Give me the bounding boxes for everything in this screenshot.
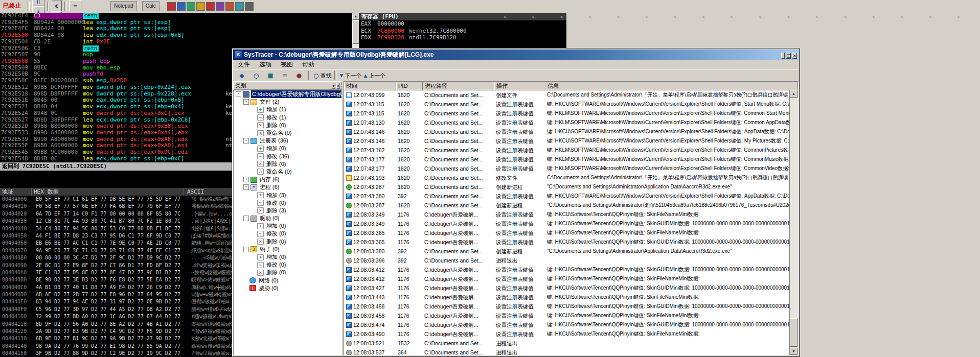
tree-expander-icon[interactable]: - <box>243 138 249 144</box>
event-row[interactable]: 12:08:03:4741176C:\debuger\吾爱破解...设置注册表键… <box>344 320 790 329</box>
disasm-row[interactable]: 7C92E4F4C3retn <box>0 13 352 19</box>
tree-expander-icon[interactable]: - <box>236 91 241 97</box>
tree-item[interactable]: 增加 (0) <box>234 222 341 230</box>
options-button[interactable]: ≡ <box>69 1 81 11</box>
event-row[interactable]: 12:08:03:5211532C:\Documents and Set...进… <box>344 339 790 348</box>
event-row[interactable]: 12:08:03:4121176C:\debuger\吾爱破解...设置注册表键… <box>344 274 790 283</box>
tree-item[interactable]: 修改 (36) <box>234 153 341 160</box>
event-row[interactable]: 12:07:43:1301620C:\Documents and Set...设… <box>344 118 790 127</box>
tree-item[interactable]: 威胁 (0) <box>234 284 341 292</box>
search-button[interactable]: ○ <box>249 70 263 81</box>
tree-item[interactable]: 修改 (1) <box>234 114 341 122</box>
tree-expander-icon[interactable]: - <box>243 99 249 105</box>
capture-button[interactable]: ■ <box>264 70 277 81</box>
event-row[interactable]: 12:07:43:0991620C:\Documents and Set...创… <box>344 90 790 100</box>
find-button[interactable]: ○ 查找 <box>313 70 332 81</box>
next-button[interactable]: ▼ 下一个 <box>339 70 362 81</box>
tree-item[interactable]: -C:\debuger\吾爱破解专用版Ollydbg\吾 <box>234 90 341 98</box>
systracer-title-bar[interactable]: S SysTracer - C:\debuger\吾爱破解专用版Ollydbg\… <box>233 50 799 60</box>
column-header-3[interactable]: 进程路径 <box>423 82 494 90</box>
event-row[interactable]: 12:07:43:1931620C:\Documents and Set...修… <box>344 173 790 182</box>
compare-button[interactable]: ≡ <box>278 70 291 81</box>
event-row[interactable]: 12:08:03:4121176C:\debuger\吾爱破解...设置注册表键… <box>344 265 790 274</box>
event-row[interactable]: 12:07:43:380392C:\Documents and Set...设置… <box>344 192 790 201</box>
tree-item[interactable]: 增加 (1) <box>234 106 341 113</box>
snapshot-button[interactable]: ◆ <box>235 70 248 81</box>
report-button[interactable]: ● <box>292 70 306 81</box>
register-row[interactable]: ECX7C800000kernel32.7C800000 <box>359 28 566 35</box>
tree-item[interactable]: 增加 (0) <box>234 145 341 152</box>
tree-item[interactable]: 增加 (3) <box>234 191 341 199</box>
event-row[interactable]: 12:08:03:4581176C:\debuger\吾爱破解...设置注册表键… <box>344 302 790 311</box>
scrollbar-thumb[interactable] <box>352 20 359 44</box>
event-row[interactable]: 12:08:03:4271176C:\debuger\吾爱破解...设置注册表键… <box>344 283 790 293</box>
minimize-button[interactable]: _ <box>781 53 785 59</box>
event-row[interactable]: 12:08:03:3651176C:\debuger\吾爱破解...设置注册表键… <box>344 237 790 247</box>
scrollbar-thumb[interactable] <box>790 318 797 347</box>
register-row[interactable]: EDX7C99B120ntdll.7C99B120 <box>359 34 566 41</box>
menu-item-1[interactable]: 文件 <box>233 60 255 69</box>
event-row[interactable]: 12:08:03:3491176C:\debuger\吾爱破解...设置注册表键… <box>344 210 790 219</box>
event-row[interactable]: 12:08:03:4431176C:\debuger\吾爱破解...设置注册表键… <box>344 293 790 302</box>
tree-item[interactable]: 网络 (0) <box>234 277 341 284</box>
event-grid-scrollbar[interactable]: ▲ ▼ <box>789 90 798 355</box>
prev-button[interactable]: ▲ 上一个 <box>363 70 386 81</box>
tree-item[interactable]: -文件 (2) <box>234 98 341 106</box>
close-panel-button[interactable]: × <box>336 83 340 89</box>
tree-item[interactable]: +内存 (6) <box>234 176 341 183</box>
disasm-row[interactable]: 7C92E5008D5424 08lea edx,dword ptr ss:[e… <box>0 32 352 39</box>
event-row[interactable]: 12:08:03:380392C:\Documents and Set...创建… <box>344 247 790 256</box>
scroll-up-icon[interactable]: ▲ <box>790 90 797 98</box>
event-row[interactable]: 12:08:03:537364C:\Documents and Set...进程… <box>344 348 790 355</box>
event-row[interactable]: 12:07:43:1461620C:\Documents and Set...设… <box>344 127 790 136</box>
tree-item[interactable]: -驱动 (0) <box>234 215 341 222</box>
menu-item-3[interactable]: 视图 <box>276 60 298 69</box>
event-row[interactable]: 12:08:03:3491176C:\debuger\吾爱破解...设置注册表键… <box>344 219 790 228</box>
tree-item[interactable]: 重命名 (0) <box>234 168 341 176</box>
maximize-button[interactable]: □ <box>786 53 791 59</box>
event-row[interactable]: 12:07:43:1771620C:\Documents and Set...设… <box>344 155 790 164</box>
column-header-1[interactable]: 时间 <box>344 82 396 90</box>
tree-item[interactable]: -钩子 (0) <box>234 246 341 253</box>
tree-item[interactable]: 删除 (0) <box>234 122 341 129</box>
tree-item[interactable]: 修改 (0) <box>234 199 341 207</box>
event-row[interactable]: 12:07:43:2871620C:\Documents and Set...创… <box>344 182 790 192</box>
menu-item-2[interactable]: 选项 <box>255 60 276 69</box>
column-header-4[interactable]: 操作 <box>494 82 545 90</box>
scroll-down-icon[interactable]: ▼ <box>790 348 797 355</box>
tree-expander-icon[interactable]: - <box>243 216 249 221</box>
event-row[interactable]: 12:07:43:1151620C:\Documents and Set...设… <box>344 109 790 118</box>
event-row[interactable]: 12:07:43:1461620C:\Documents and Set...设… <box>344 136 790 146</box>
event-row[interactable]: 12:07:43:1771620C:\Documents and Set...设… <box>344 164 790 173</box>
tree-expander-icon[interactable]: - <box>243 247 249 252</box>
event-row[interactable]: 12:08:03:4581176C:\debuger\吾爱破解...设置注册表键… <box>344 311 790 320</box>
column-header-5[interactable]: 信息 <box>545 82 798 90</box>
tree-item[interactable]: 修改 (0) <box>234 230 341 237</box>
tree-item[interactable]: 重命名 (0) <box>234 129 341 137</box>
tree-expander-icon[interactable]: - <box>243 184 249 190</box>
tree-item[interactable]: 删除 (0) <box>234 269 341 276</box>
tree-item[interactable]: 修改 (0) <box>234 261 341 269</box>
tree-item[interactable]: -注册表 (36) <box>234 137 341 145</box>
event-row[interactable]: 12:08:03:4901176C:\debuger\吾爱破解...设置注册表键… <box>344 329 790 339</box>
tree-item[interactable]: 增加 (0) <box>234 253 341 261</box>
disasm-row[interactable]: 7C92E504CD 2Eint 0x2E <box>0 39 352 45</box>
tree-item[interactable]: 删除 (0) <box>234 238 341 246</box>
tree-expander-icon[interactable]: + <box>243 177 249 182</box>
window-letter-button-c[interactable]: c <box>52 1 62 11</box>
pin-panel-button[interactable]: ▾ <box>332 83 335 89</box>
event-row[interactable]: 12:07:43:1621620C:\Documents and Set...设… <box>344 146 790 155</box>
scroll-up-icon[interactable]: ▲ <box>352 13 359 20</box>
register-row[interactable]: EAX00000000 <box>359 20 566 28</box>
tree-item[interactable]: 删除 (0) <box>234 160 341 168</box>
event-row[interactable]: 12:08:03:396392C:\Documents and Set...进程… <box>344 256 790 265</box>
pause-button[interactable]: || <box>32 0 44 6</box>
event-row[interactable]: 12:07:43:1151620C:\Documents and Set...设… <box>344 100 790 109</box>
column-header-2[interactable]: PID <box>396 82 423 90</box>
tree-item[interactable]: -进程 (6) <box>234 183 341 191</box>
event-row[interactable]: 12:08:03:2871620C:\Documents and Set...创… <box>344 201 790 210</box>
tree-item[interactable]: 删除 (3) <box>234 207 341 215</box>
event-row[interactable]: 12:08:03:3651176C:\debuger\吾爱破解...设置注册表键… <box>344 228 790 237</box>
close-button[interactable]: × <box>792 53 797 59</box>
menu-item-4[interactable]: 帮助 <box>298 60 319 69</box>
